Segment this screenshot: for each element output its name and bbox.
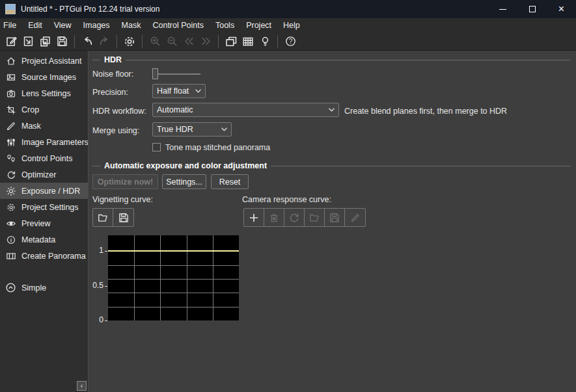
vignetting-curve-label: Vignetting curve: [92, 195, 153, 204]
sidebar-item-label: Project Assistant [21, 57, 81, 66]
dropdown-value: True HDR [157, 125, 217, 134]
maximize-icon [529, 6, 536, 12]
button-label: Reset [219, 177, 241, 187]
refresh-icon [288, 212, 300, 224]
sliders-icon [5, 137, 16, 148]
sidebar-item-metadata[interactable]: Metadata [0, 231, 88, 248]
detail-viewer-icon[interactable] [240, 34, 256, 49]
reset-button[interactable]: Reset [211, 174, 249, 189]
merge-using-dropdown[interactable]: True HDR [152, 122, 232, 137]
sidebar-item-mask[interactable]: Mask [0, 118, 88, 134]
zoom-out-icon[interactable] [163, 34, 180, 49]
maximize-button[interactable] [517, 0, 547, 18]
help-icon[interactable]: ? [282, 34, 299, 49]
menu-help[interactable]: Help [277, 18, 306, 33]
divider [92, 60, 100, 60]
hdr-workflow-dropdown[interactable]: Automatic [152, 103, 339, 117]
sidebar-item-create-panorama[interactable]: Create Panorama [0, 248, 88, 264]
open-project-icon[interactable] [20, 34, 36, 49]
edit-response-curve-button[interactable] [345, 209, 365, 226]
noise-floor-slider[interactable] [152, 68, 200, 80]
dropdown-value: Half float [157, 86, 191, 96]
collapse-sidebar-button[interactable]: ‹ [77, 381, 87, 391]
delete-response-curve-button[interactable] [264, 209, 284, 226]
load-vignetting-curve-button[interactable] [93, 209, 113, 226]
sidebar-item-project-assistant[interactable]: Project Assistant [0, 53, 88, 69]
vignetting-plot [108, 235, 239, 320]
precision-dropdown[interactable]: Half float [152, 84, 206, 98]
minimize-button[interactable] [488, 0, 517, 18]
sidebar-item-optimizer[interactable]: Optimizer [0, 166, 88, 183]
reset-response-curve-button[interactable] [284, 209, 305, 226]
settings-gear-icon[interactable] [121, 34, 138, 49]
merge-using-label: Merge using: [92, 126, 139, 135]
camera-icon [5, 88, 16, 99]
plot-gridline-horizontal [108, 293, 239, 293]
hdr-workflow-hint: Create blend planes first, then merge to… [344, 107, 507, 116]
sidebar-item-label: Crop [21, 105, 39, 114]
menu-mask[interactable]: Mask [116, 18, 147, 33]
auto-exposure-section-header: Automatic exposure and color adjustment [92, 161, 571, 170]
plot-gridline-horizontal [108, 307, 239, 307]
zoom-in-icon[interactable] [146, 34, 163, 49]
add-response-curve-button[interactable] [244, 209, 264, 226]
undo-icon[interactable] [79, 34, 96, 49]
menu-project[interactable]: Project [240, 18, 277, 33]
slider-handle[interactable] [152, 68, 158, 79]
lightbulb-icon[interactable] [256, 34, 273, 49]
panorama-editor-icon[interactable] [223, 34, 240, 49]
add-images-icon[interactable] [36, 34, 53, 49]
panorama-icon [5, 250, 16, 261]
sidebar-item-exposure-hdr[interactable]: Exposure / HDR [0, 183, 88, 199]
close-button[interactable]: × [547, 0, 576, 18]
save-icon [329, 212, 340, 224]
chevron-down-icon [329, 108, 335, 112]
info-icon [5, 234, 16, 245]
hdr-section-header: HDR [92, 55, 571, 64]
menu-images[interactable]: Images [77, 18, 116, 33]
tonemap-checkbox[interactable] [152, 143, 161, 151]
menu-file[interactable]: File [3, 18, 22, 33]
minimize-icon [499, 9, 506, 10]
camera-response-toolbar [243, 208, 366, 227]
tonemap-label: Tone map stitched panorama [165, 143, 270, 152]
sidebar-item-control-points[interactable]: Control Points [0, 150, 88, 166]
sidebar-item-preview[interactable]: Preview [0, 215, 88, 231]
next-icon[interactable] [197, 34, 214, 49]
vignetting-chart: 00.51 [89, 235, 258, 330]
sidebar-item-label: Exposure / HDR [21, 187, 80, 196]
divider [92, 166, 100, 166]
sidebar-item-lens-settings[interactable]: Lens Settings [0, 85, 88, 101]
menu-view[interactable]: View [48, 18, 77, 33]
sidebar-item-image-parameters[interactable]: Image Parameters [0, 134, 88, 150]
settings-button[interactable]: Settings... [162, 174, 206, 189]
sidebar-item-simple[interactable]: Simple [0, 280, 88, 296]
save-vignetting-curve-button[interactable] [113, 209, 133, 226]
previous-icon[interactable] [180, 34, 197, 49]
y-axis-tick-mark [105, 251, 107, 252]
load-response-curve-button[interactable] [305, 209, 325, 226]
menubar: File Edit View Images Mask Control Point… [0, 18, 576, 33]
crop-icon [5, 104, 16, 115]
toolbar-separator [277, 35, 278, 48]
sidebar-item-project-settings[interactable]: Project Settings [0, 199, 88, 215]
sidebar-item-label: Create Panorama [21, 252, 86, 261]
optimize-now-button[interactable]: Optimize now! [92, 174, 158, 189]
menu-control-points[interactable]: Control Points [146, 18, 210, 33]
menu-edit[interactable]: Edit [22, 18, 48, 33]
camera-response-curve-label: Camera response curve: [242, 195, 331, 204]
save-icon[interactable] [53, 34, 70, 49]
vignetting-curve [108, 250, 239, 252]
sidebar-item-source-images[interactable]: Source Images [0, 69, 88, 85]
dropdown-value: Automatic [157, 105, 325, 114]
new-project-icon[interactable] [3, 34, 20, 49]
redo-icon[interactable] [96, 34, 113, 49]
plot-gridline-vertical [187, 235, 187, 320]
cycle-icon [5, 169, 16, 180]
toolbar: ? [0, 33, 576, 51]
menu-tools[interactable]: Tools [210, 18, 240, 33]
y-axis-tick-label: 0 [89, 315, 103, 324]
save-response-curve-button[interactable] [325, 209, 345, 226]
sidebar-item-crop[interactable]: Crop [0, 101, 88, 118]
app-icon [5, 4, 16, 14]
